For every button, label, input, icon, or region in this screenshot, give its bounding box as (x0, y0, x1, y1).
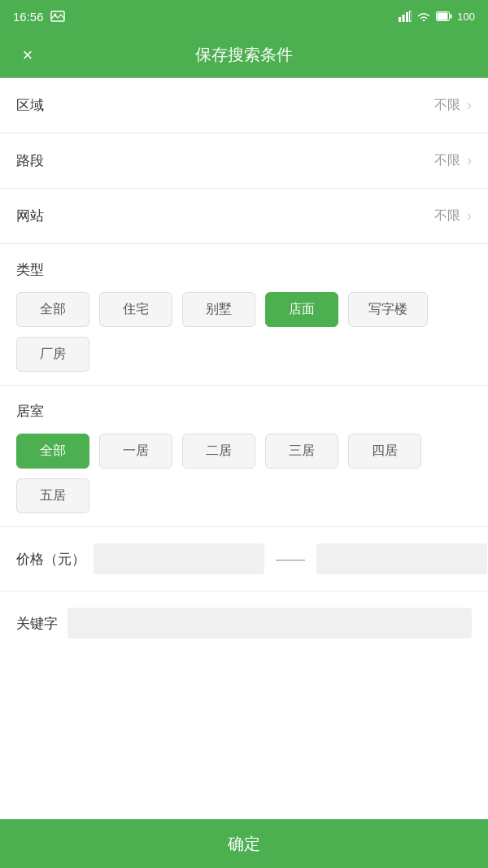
signal-icon (399, 11, 412, 22)
svg-rect-2 (399, 17, 401, 22)
room-tag-one[interactable]: 一居 (99, 434, 172, 469)
district-chevron-icon: › (467, 97, 472, 114)
svg-rect-3 (403, 15, 405, 22)
type-tag-shop[interactable]: 店面 (265, 292, 338, 327)
keyword-input[interactable] (68, 608, 472, 639)
type-tag-group: 全部 住宅 别墅 店面 写字楼 厂房 (16, 292, 472, 372)
confirm-footer[interactable]: 确定 (0, 819, 488, 868)
price-max-input[interactable] (316, 543, 487, 574)
confirm-button: 确定 (228, 833, 260, 855)
close-icon: × (23, 45, 33, 66)
price-dash: —— (272, 551, 308, 568)
svg-rect-8 (450, 15, 452, 19)
app-header: × 保存搜索条件 (0, 33, 488, 78)
type-section: 类型 全部 住宅 别墅 店面 写字楼 厂房 (0, 244, 488, 386)
header-title: 保存搜索条件 (195, 44, 293, 66)
battery-level: 100 (457, 11, 475, 23)
price-min-input[interactable] (94, 543, 264, 574)
price-row: 价格（元） —— (0, 527, 488, 591)
type-tag-factory[interactable]: 厂房 (16, 337, 89, 372)
website-row[interactable]: 网站 不限 › (0, 189, 488, 244)
type-section-title: 类型 (16, 260, 472, 279)
type-tag-all[interactable]: 全部 (16, 292, 89, 327)
website-label: 网站 (16, 207, 44, 225)
type-tag-residential[interactable]: 住宅 (99, 292, 172, 327)
road-value-group: 不限 › (434, 152, 472, 169)
room-tag-two[interactable]: 二居 (182, 434, 255, 469)
district-value-group: 不限 › (434, 97, 472, 114)
room-tag-five[interactable]: 五居 (16, 478, 89, 513)
website-chevron-icon: › (467, 207, 472, 225)
website-value: 不限 (434, 207, 460, 225)
type-tag-office[interactable]: 写字楼 (348, 292, 428, 327)
website-value-group: 不限 › (434, 207, 472, 225)
room-tag-group: 全部 一居 二居 三居 四居 五居 (16, 434, 472, 513)
battery-icon (436, 11, 452, 21)
road-value: 不限 (434, 152, 460, 169)
status-bar-left: 16:56 (13, 10, 65, 24)
keyword-label: 关键字 (16, 614, 58, 633)
price-label: 价格（元） (16, 550, 85, 569)
svg-rect-4 (406, 12, 408, 22)
wifi-icon (416, 11, 431, 22)
room-tag-three[interactable]: 三居 (265, 434, 338, 469)
district-value: 不限 (434, 97, 460, 114)
road-row[interactable]: 路段 不限 › (0, 133, 488, 189)
keyword-row: 关键字 (0, 591, 488, 655)
content-area: 区域 不限 › 路段 不限 › 网站 不限 › 类型 全部 住宅 别墅 店面 写… (0, 78, 488, 819)
close-button[interactable]: × (13, 41, 42, 70)
road-chevron-icon: › (467, 152, 472, 169)
status-bar-right: 100 (399, 11, 475, 23)
room-tag-all[interactable]: 全部 (16, 434, 89, 469)
road-label: 路段 (16, 151, 44, 170)
district-label: 区域 (16, 96, 44, 115)
room-section: 居室 全部 一居 二居 三居 四居 五居 (0, 386, 488, 527)
district-row[interactable]: 区域 不限 › (0, 78, 488, 133)
room-section-title: 居室 (16, 402, 472, 421)
svg-rect-5 (410, 11, 412, 22)
svg-rect-7 (438, 13, 448, 20)
room-tag-four[interactable]: 四居 (348, 434, 421, 469)
image-icon (50, 11, 65, 22)
type-tag-villa[interactable]: 别墅 (182, 292, 255, 327)
status-bar: 16:56 100 (0, 0, 488, 33)
status-time: 16:56 (13, 10, 44, 24)
